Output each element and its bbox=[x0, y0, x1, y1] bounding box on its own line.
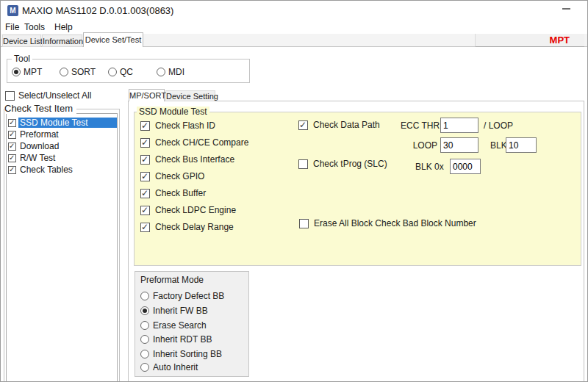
radio-mdi-label: MDI bbox=[168, 67, 184, 77]
checkbox[interactable] bbox=[140, 172, 150, 181]
radio-factory-defect-bb[interactable]: Factory Defect BB bbox=[140, 291, 224, 301]
list-checkbox[interactable] bbox=[8, 119, 16, 127]
checkbox[interactable] bbox=[298, 120, 308, 130]
radio-circle[interactable] bbox=[140, 363, 149, 372]
minimize-icon bbox=[562, 8, 570, 10]
radio-label: Erase Search bbox=[153, 320, 207, 331]
radio-auto-inherit[interactable]: Auto Inherit bbox=[140, 362, 198, 372]
check-delay-range[interactable]: Check Delay Range bbox=[140, 222, 234, 232]
blk-input[interactable] bbox=[506, 137, 537, 153]
check-ldpc-engine[interactable]: Check LDPC Engine bbox=[140, 205, 236, 215]
loop-label: LOOP bbox=[409, 140, 437, 151]
ecc-thr-suffix: / LOOP bbox=[484, 120, 513, 131]
list-item-label[interactable]: Download bbox=[18, 141, 60, 151]
check-data-path[interactable]: Check Data Path bbox=[298, 120, 380, 130]
list-item-label[interactable]: Check Tables bbox=[18, 165, 74, 175]
radio-inherit-fw-bb[interactable]: Inherit FW BB bbox=[140, 306, 208, 316]
list-checkbox[interactable] bbox=[8, 166, 16, 174]
mode-badge: MPT bbox=[550, 35, 570, 46]
radio-mdi[interactable]: MDI bbox=[157, 67, 184, 77]
list-item-preformat[interactable]: Preformat bbox=[7, 129, 117, 140]
list-checkbox[interactable] bbox=[8, 154, 16, 162]
radio-qc-circle[interactable] bbox=[108, 68, 117, 76]
radio-qc[interactable]: QC bbox=[108, 67, 133, 77]
check-label: Erase All Block Check Bad Block Number bbox=[314, 218, 476, 228]
radio-mpt[interactable]: MPT bbox=[12, 67, 42, 77]
mode-badge-panel: MPT bbox=[475, 34, 584, 47]
list-item-rw-test[interactable]: R/W Test bbox=[7, 152, 117, 164]
app-window: M MAXIO MAS1102 D.0.01.003(0863) File To… bbox=[0, 0, 588, 382]
radio-circle[interactable] bbox=[140, 292, 149, 300]
check-bus-interface[interactable]: Check Bus Interface bbox=[140, 154, 234, 165]
radio-erase-search[interactable]: Erase Search bbox=[140, 320, 207, 331]
checkbox[interactable] bbox=[299, 219, 309, 228]
checkbox[interactable] bbox=[140, 121, 150, 131]
checkbox[interactable] bbox=[140, 223, 150, 232]
tab-device-setting[interactable]: Device Setting bbox=[165, 90, 215, 101]
radio-label: Inherit FW BB bbox=[153, 306, 208, 316]
check-buffer[interactable]: Check Buffer bbox=[140, 188, 206, 198]
check-label: Check Flash ID bbox=[155, 120, 215, 131]
check-gpio[interactable]: Check GPIO bbox=[140, 171, 204, 181]
select-unselect-all[interactable]: Select/Unselect All bbox=[5, 90, 91, 101]
checkbox[interactable] bbox=[140, 206, 150, 215]
checkbox[interactable] bbox=[140, 155, 150, 165]
radio-inherit-rdt-bb[interactable]: Inherit RDT BB bbox=[140, 334, 212, 345]
radio-label: Auto Inherit bbox=[153, 362, 198, 372]
menu-help[interactable]: Help bbox=[54, 22, 73, 32]
check-ch-ce-compare[interactable]: Check CH/CE Compare bbox=[140, 137, 248, 148]
check-label: Check Buffer bbox=[155, 188, 206, 198]
title-bar: M MAXIO MAS1102 D.0.01.003(0863) bbox=[1, 1, 587, 20]
radio-sort-circle[interactable] bbox=[60, 68, 68, 76]
check-tprog-slc[interactable]: Check tProg (SLC) bbox=[298, 159, 387, 169]
radio-circle[interactable] bbox=[140, 335, 149, 344]
radio-qc-label: QC bbox=[120, 67, 133, 77]
radio-mpt-label: MPT bbox=[24, 67, 42, 77]
tab-information[interactable]: Information bbox=[42, 35, 82, 47]
ssd-group-title: SSD Module Test bbox=[137, 107, 209, 117]
ecc-thr-input[interactable] bbox=[440, 118, 478, 133]
checkbox[interactable] bbox=[298, 159, 308, 169]
radio-circle[interactable] bbox=[140, 350, 149, 358]
menu-file[interactable]: File bbox=[5, 22, 19, 32]
tab-mp-sort[interactable]: MP/SORT bbox=[129, 89, 165, 101]
radio-circle[interactable] bbox=[140, 321, 149, 330]
radio-mpt-circle[interactable] bbox=[12, 68, 21, 76]
minimize-button[interactable] bbox=[556, 2, 576, 15]
check-flash-id[interactable]: Check Flash ID bbox=[140, 120, 215, 131]
list-checkbox[interactable] bbox=[8, 143, 16, 151]
check-test-item-list[interactable]: SSD Module Test Preformat Download R/W T… bbox=[6, 113, 118, 382]
tab-device-list[interactable]: Device List bbox=[2, 35, 41, 47]
checkbox[interactable] bbox=[140, 189, 150, 198]
checkbox[interactable] bbox=[140, 138, 150, 148]
check-erase-all-block[interactable]: Erase All Block Check Bad Block Number bbox=[299, 218, 476, 228]
menu-tools[interactable]: Tools bbox=[24, 22, 45, 32]
list-checkbox[interactable] bbox=[8, 131, 16, 139]
blk0x-label: BLK 0x bbox=[415, 162, 444, 172]
app-icon: M bbox=[7, 5, 18, 16]
radio-sort-label: SORT bbox=[71, 67, 96, 77]
radio-label: Factory Defect BB bbox=[153, 291, 224, 301]
list-item-download[interactable]: Download bbox=[7, 140, 117, 152]
radio-circle[interactable] bbox=[140, 306, 149, 315]
radio-inherit-sorting-bb[interactable]: Inherit Sorting BB bbox=[140, 349, 222, 359]
radio-label: Inherit Sorting BB bbox=[153, 349, 222, 359]
tab-device-set-test[interactable]: Device Set/Test bbox=[83, 32, 143, 47]
blk0x-input[interactable] bbox=[450, 159, 481, 174]
tool-group-title: Tool bbox=[12, 54, 32, 64]
radio-sort[interactable]: SORT bbox=[60, 67, 96, 77]
preformat-mode-groupbox: Preformat Mode Factory Defect BB Inherit… bbox=[135, 271, 249, 377]
list-item-label[interactable]: R/W Test bbox=[18, 153, 57, 163]
loop-input[interactable] bbox=[440, 137, 478, 153]
check-label: Check tProg (SLC) bbox=[313, 159, 387, 169]
select-all-checkbox[interactable] bbox=[5, 91, 15, 101]
list-item-label[interactable]: Preformat bbox=[18, 129, 60, 140]
radio-mdi-circle[interactable] bbox=[157, 68, 165, 76]
list-item-check-tables[interactable]: Check Tables bbox=[7, 164, 117, 176]
app-icon-letter: M bbox=[10, 7, 15, 15]
check-label: Check CH/CE Compare bbox=[155, 137, 248, 148]
preformat-title: Preformat Mode bbox=[140, 275, 204, 285]
check-test-item-title: Check Test Item bbox=[4, 103, 76, 114]
list-item-label[interactable]: SSD Module Test bbox=[18, 118, 117, 128]
list-item-ssd-module-test[interactable]: SSD Module Test bbox=[7, 117, 117, 129]
